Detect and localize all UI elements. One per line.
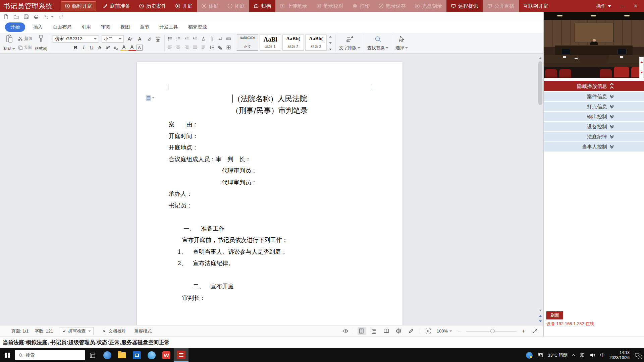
document-page[interactable]: （法院名称）人民法院 （刑事/民事）审判笔录 案 由： 开庭时间： 开庭地点： … xyxy=(137,62,402,325)
text-direction-icon[interactable] xyxy=(201,36,206,41)
next-page-button[interactable] xyxy=(538,318,543,324)
accordion-party-control[interactable]: 当事人控制 xyxy=(544,142,644,152)
style-heading2[interactable]: AaBb( 标题 2 xyxy=(282,35,304,51)
fullscreen-button[interactable] xyxy=(531,327,539,335)
doc-line[interactable]: 宣布开庭前，书记员依次进行下列工作： xyxy=(137,234,402,246)
sort-icon[interactable] xyxy=(209,36,214,41)
fit-page-button[interactable] xyxy=(424,327,432,335)
window-close-button[interactable]: × xyxy=(634,3,637,10)
document-area[interactable]: （法院名称）人民法院 （刑事/民事）审判笔录 案 由： 开庭时间： 开庭地点： … xyxy=(0,54,543,325)
tray-app-icon[interactable] xyxy=(526,352,533,359)
tab-docer-resources[interactable]: 稻壳资源 xyxy=(188,24,207,30)
tab-references[interactable]: 引用 xyxy=(82,24,91,30)
network-globe-icon[interactable] xyxy=(579,352,585,358)
print-icon[interactable] xyxy=(34,14,39,19)
taskbar-court-app-active[interactable] xyxy=(174,348,189,362)
weather-text[interactable]: 33°C 晴朗 xyxy=(548,352,568,358)
topbar-button-archive[interactable]: 归档 xyxy=(249,0,275,12)
taskbar-search-box[interactable]: 搜索 xyxy=(15,350,85,360)
video-scroll-up-icon[interactable] xyxy=(640,61,643,63)
topbar-button-open-court[interactable]: 开庭 xyxy=(171,0,197,12)
tab-page-layout[interactable]: 页面布局 xyxy=(53,24,71,30)
scroll-up-button[interactable] xyxy=(538,55,543,61)
line-spacing-icon[interactable] xyxy=(209,45,214,50)
increase-indent-icon[interactable] xyxy=(193,36,198,41)
tab-dev-tools[interactable]: 开发工具 xyxy=(159,24,178,30)
paste-button[interactable]: 粘贴 xyxy=(3,35,15,52)
strikethrough-button[interactable]: A xyxy=(96,44,104,51)
windows-start-button[interactable] xyxy=(0,348,15,362)
zoom-slider[interactable] xyxy=(466,331,517,331)
style-normal[interactable]: AaBbCcDd 正文 xyxy=(237,35,258,51)
scroll-down-button[interactable] xyxy=(538,308,543,313)
doc-line[interactable]: 审判长： xyxy=(137,292,402,304)
doc-line[interactable]: 书记员： xyxy=(137,200,402,212)
bold-button[interactable]: B xyxy=(72,44,79,51)
justify-icon[interactable] xyxy=(193,45,198,50)
styles-more-icon[interactable] xyxy=(329,49,332,50)
topbar-button-remote-arraignment[interactable]: 远程提讯 xyxy=(446,0,483,12)
doc-line[interactable]: 承办人： xyxy=(137,188,402,200)
zoom-caret[interactable] xyxy=(449,330,452,332)
outline-view-button[interactable] xyxy=(370,327,378,335)
numbered-list-icon[interactable] xyxy=(176,36,181,41)
operate-menu[interactable]: 操作 xyxy=(596,0,611,12)
align-center-icon[interactable] xyxy=(176,45,181,50)
topbar-button-internet-court[interactable]: 互联网开庭 xyxy=(519,0,553,12)
style-heading1[interactable]: AaBl 标题 1 xyxy=(260,35,281,51)
previous-page-button[interactable] xyxy=(538,313,543,318)
character-border-button[interactable]: A xyxy=(137,45,143,51)
save-icon[interactable] xyxy=(23,14,29,19)
video-scroll-down-icon[interactable] xyxy=(640,72,643,73)
subscript-button[interactable]: x₂ xyxy=(112,44,120,51)
ink-tool-button[interactable] xyxy=(407,327,415,335)
doc-line[interactable]: 一、 准备工作 xyxy=(137,223,402,235)
zoom-in-button[interactable]: + xyxy=(521,328,526,334)
tab-home[interactable]: 开始 xyxy=(5,22,25,32)
align-left-icon[interactable] xyxy=(167,45,172,50)
zoom-slider-knob[interactable] xyxy=(490,329,495,333)
zoom-out-button[interactable]: − xyxy=(457,328,462,334)
accordion-court-discipline[interactable]: 法庭纪律 xyxy=(544,132,644,141)
taskbar-wps-icon[interactable] xyxy=(159,348,174,362)
taskbar-app-blue[interactable] xyxy=(129,348,144,362)
tab-review[interactable]: 审阅 xyxy=(101,24,110,30)
font-color-button[interactable]: A xyxy=(128,44,136,51)
font-name-select[interactable]: 仿宋_GB2312 xyxy=(53,35,99,43)
new-document-icon[interactable] xyxy=(3,14,9,19)
grow-font-button[interactable]: A+ xyxy=(126,36,134,42)
bullet-list-icon[interactable] xyxy=(167,36,172,41)
taskbar-browser-icon[interactable] xyxy=(100,348,115,362)
tray-expand-icon[interactable] xyxy=(572,354,575,357)
formatting-marks-icon[interactable] xyxy=(218,36,223,41)
zoom-percent[interactable]: 100% xyxy=(437,328,448,334)
decrease-indent-icon[interactable] xyxy=(184,36,189,41)
refresh-button[interactable]: 刷新 xyxy=(546,311,563,319)
doc-line[interactable]: 代理审判员： xyxy=(137,177,402,188)
styles-scroll-down-icon[interactable] xyxy=(329,42,332,44)
word-count[interactable]: 字数: 121 xyxy=(35,328,53,334)
notification-center-button[interactable]: 1 xyxy=(634,352,640,358)
accordion-mark-info[interactable]: 打点信息 xyxy=(544,102,644,111)
doc-line[interactable]: 1、 查明当事人、诉讼参与人是否到庭； xyxy=(137,246,402,258)
page-view-button[interactable] xyxy=(358,327,366,335)
speaker-icon[interactable] xyxy=(590,352,595,358)
ime-indicator[interactable]: 中 xyxy=(600,352,605,358)
tab-view[interactable]: 视图 xyxy=(120,24,130,30)
taskbar-explorer-icon[interactable] xyxy=(115,348,129,362)
web-layout-button[interactable] xyxy=(395,327,403,335)
doc-line-blank[interactable] xyxy=(137,211,402,223)
doc-line-blank[interactable] xyxy=(137,269,402,281)
document-body[interactable]: 案 由： 开庭时间： 开庭地点： 合议庭组成人员：审 判 长： 代理审判员： 代… xyxy=(137,119,402,304)
proofread-button[interactable]: 文档校对 xyxy=(100,327,128,335)
italic-button[interactable]: I xyxy=(80,44,88,51)
shrink-font-button[interactable]: A- xyxy=(137,36,144,42)
redo-icon[interactable] xyxy=(58,14,64,19)
find-replace-tool[interactable]: 查找替换 xyxy=(364,35,392,52)
open-folder-icon[interactable] xyxy=(13,14,19,19)
paragraph-options-icon[interactable] xyxy=(146,95,151,101)
scrollbar-thumb[interactable] xyxy=(538,61,542,105)
video-list-scrollbar[interactable] xyxy=(639,57,644,78)
doc-line[interactable]: 开庭时间： xyxy=(137,130,402,142)
align-right-icon[interactable] xyxy=(184,45,189,50)
